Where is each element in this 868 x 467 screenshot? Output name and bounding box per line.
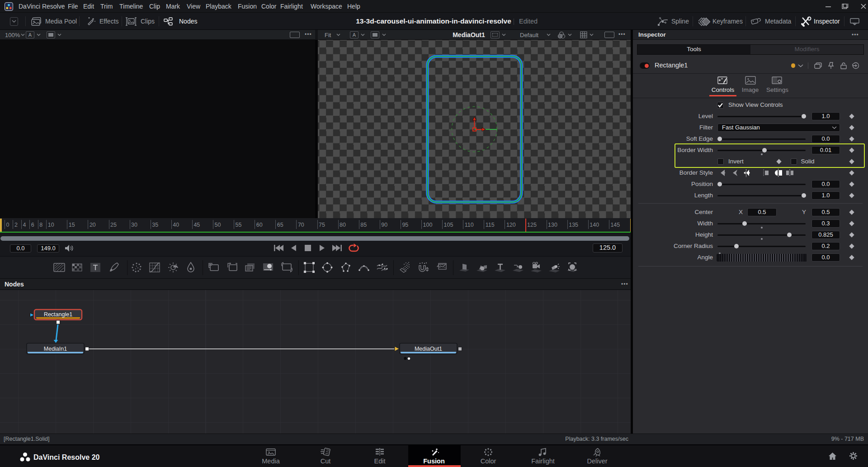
- svg-text:MediaOut1: MediaOut1: [415, 346, 442, 352]
- svg-text:MediaIn1: MediaIn1: [44, 346, 67, 352]
- svg-text:Rectangle1: Rectangle1: [44, 311, 72, 318]
